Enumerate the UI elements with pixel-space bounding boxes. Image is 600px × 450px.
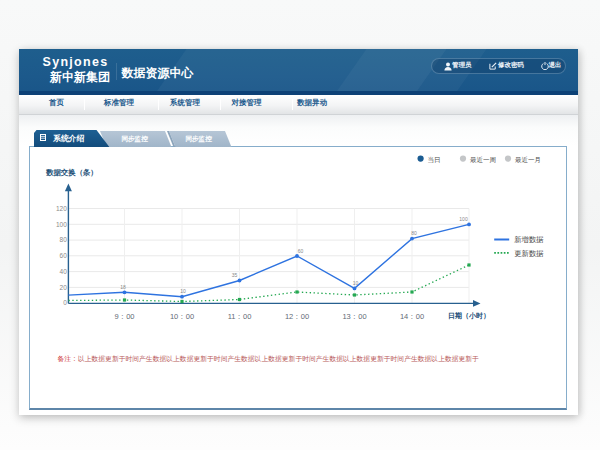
svg-text:60: 60 (60, 252, 68, 259)
svg-text:10：00: 10：00 (170, 312, 194, 321)
svg-text:80: 80 (60, 236, 68, 243)
svg-text:12：00: 12：00 (285, 312, 309, 321)
svg-text:备注：以上数据更新于时间产生数据以上数据更新于时间产生数据以: 备注：以上数据更新于时间产生数据以上数据更新于时间产生数据以上数据更新于时间产生… (58, 355, 480, 363)
svg-text:当日: 当日 (427, 156, 440, 163)
svg-text:最近一周: 最近一周 (470, 156, 496, 163)
svg-text:10: 10 (353, 280, 359, 286)
svg-text:14：00: 14：00 (400, 312, 424, 321)
svg-text:0: 0 (63, 299, 67, 306)
svg-text:新增数据: 新增数据 (514, 235, 544, 244)
svg-text:18: 18 (120, 284, 126, 290)
svg-text:60: 60 (298, 248, 304, 254)
svg-text:更新数据: 更新数据 (514, 249, 544, 258)
svg-text:数据交换（条）: 数据交换（条） (45, 168, 98, 177)
svg-text:35: 35 (232, 272, 238, 278)
svg-text:120: 120 (56, 205, 67, 212)
svg-text:11：00: 11：00 (228, 312, 252, 321)
svg-text:最近一月: 最近一月 (515, 156, 541, 164)
svg-text:100: 100 (56, 221, 67, 228)
svg-text:10: 10 (180, 288, 186, 294)
svg-text:9：00: 9：00 (114, 312, 134, 321)
svg-text:日期（小时）: 日期（小时） (448, 312, 490, 320)
svg-text:80: 80 (411, 230, 417, 236)
svg-text:40: 40 (60, 268, 68, 275)
svg-text:20: 20 (60, 284, 68, 291)
svg-text:100: 100 (459, 216, 468, 222)
svg-text:13：00: 13：00 (342, 312, 366, 321)
